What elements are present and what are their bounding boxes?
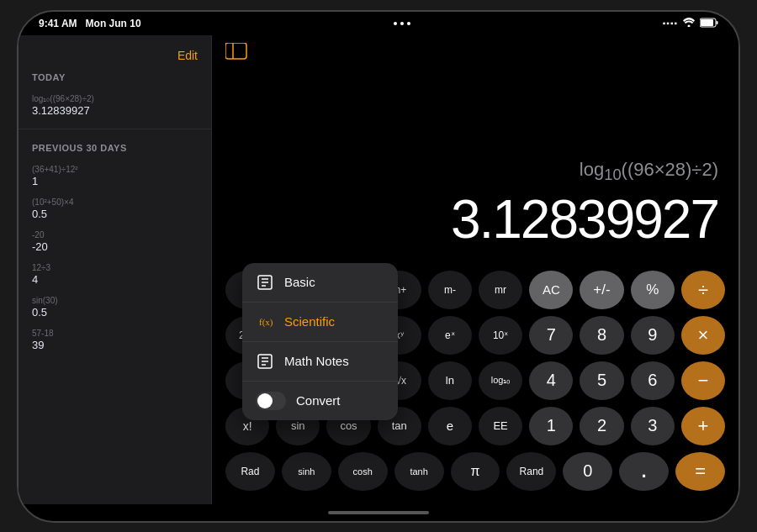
calc-display: log10((96×28)÷2) 3.12839927: [212, 72, 738, 264]
key-1[interactable]: 1: [529, 407, 573, 445]
sidebar-previous-title: PREVIOUS 30 DAYS: [19, 136, 211, 160]
key-mr[interactable]: mr: [479, 271, 522, 309]
key-e[interactable]: e: [428, 407, 472, 445]
status-dot-2: [400, 22, 404, 25]
list-item[interactable]: -20 -20: [19, 225, 211, 258]
result-text: 0.5: [32, 306, 198, 319]
key-ac[interactable]: AC: [529, 271, 573, 309]
wifi-icon: [683, 18, 695, 29]
key-6[interactable]: 6: [631, 361, 675, 400]
svg-point-0: [687, 25, 690, 28]
key-add[interactable]: +: [681, 407, 725, 445]
list-item[interactable]: 57-18 39: [19, 324, 211, 356]
toggle-knob: [257, 393, 273, 408]
key-cosh[interactable]: cosh: [338, 452, 388, 491]
sidebar-header: Edit: [19, 45, 211, 72]
svg-rect-3: [716, 21, 717, 24]
sidebar-divider: [19, 129, 211, 129]
menu-item-math-notes[interactable]: Math Notes: [242, 342, 398, 382]
home-indicator: [19, 504, 738, 521]
key-plus-minus[interactable]: +/-: [580, 271, 623, 309]
battery-icon: [700, 18, 718, 29]
scientific-label: Scientific: [284, 314, 335, 329]
convert-toggle[interactable]: [256, 392, 286, 410]
result-text: 0.5: [32, 208, 198, 220]
result-text: -20: [32, 240, 198, 253]
result-text: 3.12839927: [32, 104, 198, 117]
ipad-frame: 9:41 AM Mon Jun 10 ▪▪▪▪ Edit TO: [17, 10, 740, 523]
formula-text: sin(30): [32, 296, 198, 305]
signal-icon: ▪▪▪▪: [663, 18, 678, 28]
calculator-area: log10((96×28)÷2) 3.12839927 ( ) mc m+ m-…: [212, 35, 738, 504]
formula-text: 57-18: [32, 329, 198, 338]
result-text: 39: [32, 339, 198, 351]
calc-result: 3.12839927: [451, 188, 718, 250]
key-row-5: Rad sinh cosh tanh π Rand 0 . =: [225, 452, 725, 491]
list-item[interactable]: (36+41)÷12² 1: [19, 160, 211, 192]
convert-label: Convert: [296, 393, 341, 408]
key-rad[interactable]: Rad: [225, 452, 275, 491]
calc-formula: log10((96×28)÷2): [580, 159, 718, 184]
key-tanh[interactable]: tanh: [394, 452, 444, 491]
result-text: 4: [32, 273, 198, 286]
result-text: 1: [32, 175, 198, 187]
key-9[interactable]: 9: [631, 316, 675, 355]
menu-item-scientific[interactable]: f(x) Scientific: [242, 303, 398, 342]
sidebar: Edit TODAY log₁₀((96×28)÷2) 3.12839927 P…: [19, 35, 212, 504]
key-7[interactable]: 7: [529, 316, 573, 355]
list-item[interactable]: sin(30) 0.5: [19, 291, 211, 324]
svg-rect-2: [701, 19, 713, 26]
key-sinh[interactable]: sinh: [282, 452, 331, 491]
key-subtract[interactable]: −: [681, 361, 725, 400]
list-item[interactable]: 12÷3 4: [19, 258, 211, 291]
key-equals[interactable]: =: [675, 452, 725, 491]
key-2[interactable]: 2: [580, 407, 623, 445]
status-dot-1: [394, 22, 397, 25]
key-decimal[interactable]: .: [619, 452, 669, 491]
math-notes-icon: [256, 352, 274, 371]
status-dot-3: [407, 22, 410, 25]
formula-text: (36+41)÷12²: [32, 165, 198, 174]
svg-text:f(x): f(x): [259, 317, 273, 328]
basic-label: Basic: [284, 275, 315, 289]
calculator-mode-menu: Basic f(x) Scientific Math Notes: [242, 263, 398, 420]
status-center: [394, 22, 410, 25]
key-m-minus[interactable]: m-: [428, 271, 472, 309]
menu-item-basic[interactable]: Basic: [242, 263, 398, 303]
key-percent[interactable]: %: [631, 271, 675, 309]
basic-icon: [256, 273, 274, 292]
sidebar-toggle-button[interactable]: [225, 43, 247, 64]
calc-topbar: [212, 35, 738, 72]
home-bar[interactable]: [328, 511, 429, 514]
formula-text: log₁₀((96×28)÷2): [32, 94, 198, 103]
key-log10[interactable]: log₁₀: [479, 361, 522, 400]
key-ex[interactable]: eˣ: [428, 316, 472, 355]
key-ln[interactable]: ln: [428, 361, 472, 400]
scientific-icon: f(x): [256, 313, 274, 331]
key-10x[interactable]: 10ˣ: [479, 316, 522, 355]
key-4[interactable]: 4: [529, 361, 573, 400]
status-icons: ▪▪▪▪: [663, 18, 718, 29]
math-notes-label: Math Notes: [284, 354, 349, 368]
status-time: 9:41 AM Mon Jun 10: [39, 18, 141, 29]
formula-text: (10²+50)×4: [32, 198, 198, 207]
key-8[interactable]: 8: [580, 316, 623, 355]
key-divide[interactable]: ÷: [681, 271, 725, 309]
key-multiply[interactable]: ×: [681, 316, 725, 355]
key-pi[interactable]: π: [451, 452, 500, 491]
status-bar: 9:41 AM Mon Jun 10 ▪▪▪▪: [19, 12, 738, 35]
key-3[interactable]: 3: [631, 407, 675, 445]
key-5[interactable]: 5: [580, 361, 623, 400]
sidebar-edit-button[interactable]: Edit: [177, 49, 198, 62]
menu-item-convert[interactable]: Convert: [242, 382, 398, 420]
svg-rect-4: [225, 43, 246, 59]
formula-text: -20: [32, 230, 198, 240]
list-item[interactable]: log₁₀((96×28)÷2) 3.12839927: [19, 89, 211, 122]
key-0[interactable]: 0: [563, 452, 612, 491]
key-rand[interactable]: Rand: [506, 452, 556, 491]
calc-keypad: ( ) mc m+ m- mr AC +/- % ÷ 2nd x² x³ xʸ: [212, 264, 738, 504]
list-item[interactable]: (10²+50)×4 0.5: [19, 192, 211, 225]
sidebar-today-title: TODAY: [19, 72, 211, 89]
key-ee[interactable]: EE: [479, 407, 522, 445]
formula-text: 12÷3: [32, 263, 198, 272]
